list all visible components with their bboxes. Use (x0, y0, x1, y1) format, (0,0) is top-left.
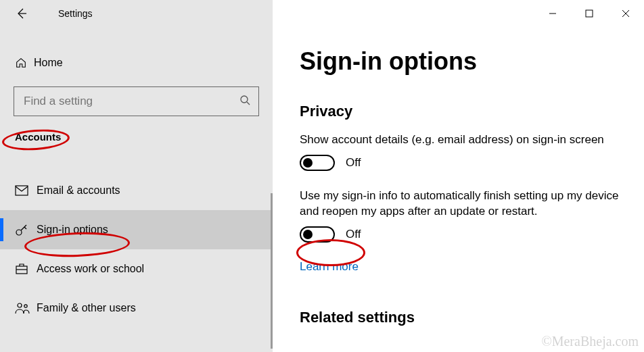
search-icon (239, 95, 250, 108)
home-label: Home (34, 57, 63, 69)
page-title: Sign-in options (300, 47, 620, 76)
mail-icon (15, 185, 37, 196)
svg-point-13 (18, 303, 22, 307)
toggle-show-account-state: Off (346, 156, 361, 170)
home-icon (15, 57, 34, 69)
learn-more-link[interactable]: Learn more (300, 260, 359, 274)
setting-auto-signin-desc: Use my sign-in info to automatically fin… (300, 188, 620, 220)
search-input-container[interactable] (14, 86, 259, 116)
nav-label: Family & other users (37, 302, 136, 314)
nav-signin-options[interactable]: Sign-in options (0, 210, 273, 249)
toggle-knob (303, 230, 313, 239)
svg-point-8 (16, 230, 22, 235)
key-icon (15, 223, 37, 236)
briefcase-icon (15, 263, 37, 275)
search-input[interactable] (22, 94, 239, 109)
home-nav[interactable]: Home (0, 51, 273, 74)
maximize-button[interactable] (571, 0, 607, 27)
related-settings-heading: Related settings (300, 309, 620, 326)
nav-email-accounts[interactable]: Email & accounts (0, 171, 273, 210)
toggle-show-account[interactable] (300, 155, 335, 171)
section-label-accounts: Accounts (15, 131, 61, 143)
svg-point-14 (24, 305, 27, 307)
nav-label: Email & accounts (37, 184, 120, 197)
privacy-heading: Privacy (300, 103, 620, 120)
nav-label: Access work or school (37, 263, 144, 275)
svg-rect-2 (586, 10, 593, 17)
back-button[interactable] (12, 4, 31, 23)
nav-access-work-school[interactable]: Access work or school (0, 249, 273, 288)
toggle-auto-signin-state: Off (346, 228, 361, 241)
minimize-button[interactable] (534, 0, 571, 27)
svg-line-6 (247, 102, 250, 105)
setting-show-account-desc: Show account details (e.g. email address… (300, 132, 620, 148)
close-button[interactable] (607, 0, 644, 27)
toggle-auto-signin[interactable] (300, 226, 335, 243)
people-icon (15, 302, 37, 314)
nav-family-users[interactable]: Family & other users (0, 288, 273, 328)
toggle-knob (303, 158, 313, 168)
svg-line-10 (24, 227, 26, 229)
svg-rect-7 (16, 186, 28, 195)
svg-point-5 (241, 96, 248, 103)
nav-label: Sign-in options (37, 224, 108, 236)
app-title: Settings (58, 8, 93, 19)
